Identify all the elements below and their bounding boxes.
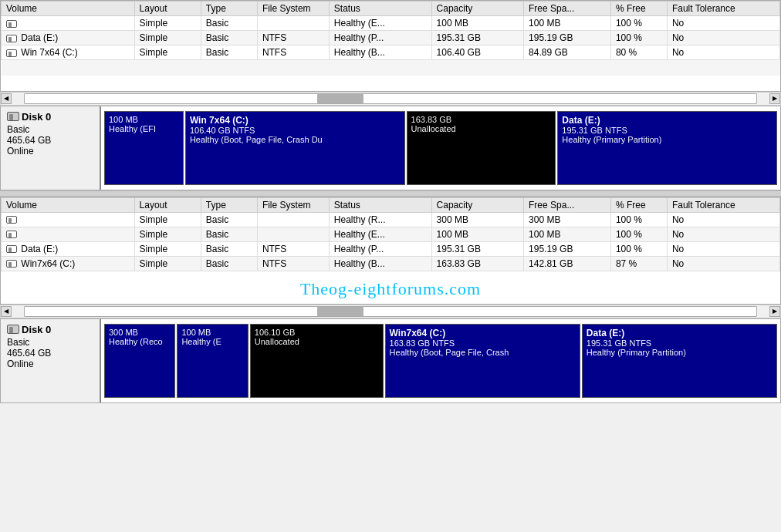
scrollbar-thumb-1[interactable] [317, 94, 363, 103]
cell-volume [2, 16, 135, 31]
cell-status: Healthy (P... [329, 241, 431, 256]
cell-status: Healthy (B... [329, 45, 431, 60]
scrollbar-track-1[interactable] [24, 93, 757, 104]
cell-volume: Data (E:) [2, 241, 135, 256]
cell-fs: NTFS [257, 241, 329, 256]
partition-status: Healthy (EFI [109, 124, 179, 133]
col-header-status2: Status [329, 197, 431, 212]
partition-efi[interactable]: 100 MB Healthy (EFI [104, 111, 184, 185]
cell-type: Basic [201, 31, 257, 45]
horizontal-scrollbar-2[interactable]: ◀ ▶ [0, 305, 781, 318]
cell-fault: No [667, 212, 779, 227]
cell-freespace: 195.19 GB [524, 241, 611, 256]
cell-pctfree: 100 % [610, 31, 667, 45]
cell-fault: No [667, 45, 779, 60]
col-header-freespa2: Free Spa... [524, 197, 611, 212]
disk-type-1: Basic [7, 124, 93, 135]
partition-unalloc[interactable]: 163.83 GB Unallocated [407, 111, 556, 185]
cell-layout: Simple [134, 227, 201, 241]
partition-win7c[interactable]: Win 7x64 (C:) 106.40 GB NTFS Healthy (Bo… [185, 111, 405, 185]
col-header-volume: Volume [2, 2, 135, 16]
col-header-type2: Type [201, 197, 257, 212]
partition-size: 106.10 GB [255, 328, 379, 337]
scrollbar-track-2[interactable] [24, 306, 757, 317]
partition-detail: 195.31 GB NTFS [562, 126, 773, 135]
partition-size: 163.83 GB [411, 115, 552, 124]
cell-capacity: 300 MB [431, 212, 523, 227]
partition-recovery[interactable]: 300 MB Healthy (Reco [104, 324, 175, 398]
scroll-right-arrow-1[interactable]: ▶ [769, 93, 780, 104]
cell-pctfree: 80 % [610, 45, 667, 60]
col-header-fault2: Fault Tolerance [667, 197, 779, 212]
partition-name: Data (E:) [562, 115, 773, 126]
cell-type: Basic [201, 227, 257, 241]
cell-layout: Simple [134, 31, 201, 45]
table-row[interactable]: Win 7x64 (C:) Simple Basic NTFS Healthy … [2, 45, 780, 60]
col-header-pctfree: % Free [610, 2, 667, 16]
horizontal-scrollbar-1[interactable]: ◀ ▶ [0, 92, 781, 106]
cell-capacity: 195.31 GB [431, 31, 523, 45]
partition-detail2: Healthy (Primary Partition) [587, 348, 773, 357]
cell-pctfree: 87 % [610, 256, 667, 271]
cell-status: Healthy (R... [329, 212, 431, 227]
partition-status: Unallocated [255, 337, 379, 346]
partition-name: Win 7x64 (C:) [190, 115, 401, 126]
cell-capacity: 106.40 GB [431, 45, 523, 60]
partition-size: 100 MB [109, 115, 179, 124]
cell-freespace: 100 MB [524, 16, 611, 31]
col-header-fs: File System [257, 2, 329, 16]
cell-status: Healthy (B... [329, 256, 431, 271]
partition-detail: 163.83 GB NTFS [390, 338, 576, 348]
disk-size-2: 465.64 GB [7, 348, 93, 359]
cell-fault: No [667, 256, 779, 271]
cell-layout: Simple [134, 241, 201, 256]
table-row[interactable]: Win7x64 (C:) Simple Basic NTFS Healthy (… [2, 256, 780, 271]
table-row[interactable]: Data (E:) Simple Basic NTFS Healthy (P..… [2, 241, 780, 256]
table-row[interactable]: Simple Basic Healthy (E... 100 MB 100 MB… [2, 16, 780, 31]
panel1-table: Volume Layout Type File System Status Ca… [0, 0, 781, 92]
partition-data-e-2[interactable]: Data (E:) 195.31 GB NTFS Healthy (Primar… [582, 324, 777, 398]
scroll-right-arrow-2[interactable]: ▶ [769, 306, 780, 317]
cell-fs: NTFS [257, 31, 329, 45]
cell-capacity: 100 MB [431, 16, 523, 31]
partition-efi-2[interactable]: 100 MB Healthy (E [177, 324, 248, 398]
cell-type: Basic [201, 45, 257, 60]
disk-view-1: Disk 0 Basic 465.64 GB Online 100 MB Hea… [0, 106, 781, 190]
cell-capacity: 100 MB [431, 227, 523, 241]
partition-unalloc-2[interactable]: 106.10 GB Unallocated [250, 324, 384, 398]
col-header-fault: Fault Tolerance [667, 2, 779, 16]
partition-status: Unallocated [411, 124, 552, 133]
col-header-layout2: Layout [134, 197, 201, 212]
disk-type-2: Basic [7, 337, 93, 348]
cell-volume: Data (E:) [2, 31, 135, 45]
cell-pctfree: 100 % [610, 241, 667, 256]
partition-win7c-2[interactable]: Win7x64 (C:) 163.83 GB NTFS Healthy (Boo… [385, 324, 580, 398]
cell-fs [257, 212, 329, 227]
cell-volume [2, 212, 135, 227]
disk-label-2: Disk 0 Basic 465.64 GB Online [1, 319, 101, 402]
table-row[interactable]: Simple Basic Healthy (E... 100 MB 100 MB… [2, 227, 780, 241]
partition-status: Healthy (Reco [109, 337, 171, 346]
cell-fault: No [667, 241, 779, 256]
cell-layout: Simple [134, 212, 201, 227]
cell-fault: No [667, 227, 779, 241]
scroll-left-arrow-2[interactable]: ◀ [1, 306, 12, 317]
panel-separator [0, 190, 781, 197]
cell-layout: Simple [134, 16, 201, 31]
partition-data-e[interactable]: Data (E:) 195.31 GB NTFS Healthy (Primar… [557, 111, 777, 185]
col-header-status: Status [329, 2, 431, 16]
cell-capacity: 195.31 GB [431, 241, 523, 256]
table-row-empty [2, 60, 780, 76]
cell-type: Basic [201, 241, 257, 256]
partition-status: Healthy (E [181, 337, 243, 346]
disk-partitions-1: 100 MB Healthy (EFI Win 7x64 (C:) 106.40… [101, 106, 780, 190]
col-header-freespa: Free Spa... [524, 2, 611, 16]
partition-name: Data (E:) [587, 328, 773, 338]
table-row[interactable]: Data (E:) Simple Basic NTFS Healthy (P..… [2, 31, 780, 45]
scroll-left-arrow-1[interactable]: ◀ [1, 93, 12, 104]
partition-name: Win7x64 (C:) [390, 328, 576, 338]
table-row[interactable]: Simple Basic Healthy (R... 300 MB 300 MB… [2, 212, 780, 227]
cell-fs: NTFS [257, 256, 329, 271]
scrollbar-thumb-2[interactable] [317, 307, 363, 316]
cell-fs [257, 227, 329, 241]
